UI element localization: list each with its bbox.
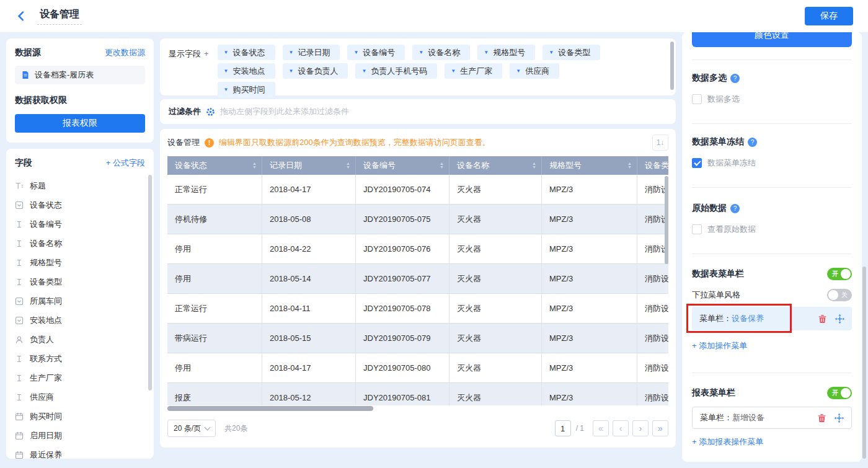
field-tag[interactable]: 购买时间 <box>218 82 275 97</box>
field-item[interactable]: 负责人 <box>15 330 145 349</box>
prev-page-icon[interactable]: ‹ <box>613 420 629 436</box>
field-item[interactable]: 购买时间 <box>15 407 145 426</box>
add-report-action-menu-link[interactable]: + 添加报表操作菜单 <box>692 436 852 448</box>
report-menu-item[interactable]: 菜单栏： 新增设备 <box>692 407 852 429</box>
field-item[interactable]: 设备编号 <box>15 214 145 234</box>
page-number-input[interactable]: 1 <box>555 420 571 436</box>
sort-order-icon[interactable]: 1↓ <box>652 135 668 151</box>
table-vertical-scrollbar[interactable] <box>665 176 668 264</box>
field-item[interactable]: 联系方式 <box>15 349 145 368</box>
sort-arrows-icon[interactable] <box>532 162 536 169</box>
add-action-menu-link[interactable]: + 添加操作菜单 <box>692 340 852 351</box>
field-item[interactable]: 供应商 <box>15 387 145 407</box>
question-icon[interactable]: ? <box>730 204 740 213</box>
report-permission-button[interactable]: 报表权限 <box>15 114 145 133</box>
table-header-row: 设备状态 记录日期 设备编号 设备名称 规格型号 设备类型 <box>167 156 668 175</box>
field-item[interactable]: 规格型号 <box>15 253 145 272</box>
datasource-item[interactable]: 设备档案-履历表 <box>15 66 145 84</box>
field-item[interactable]: 生产厂家 <box>15 368 145 387</box>
date-field-icon <box>15 412 24 421</box>
field-item[interactable]: 设备类型 <box>15 272 145 291</box>
next-page-icon[interactable]: › <box>632 420 649 436</box>
field-tag[interactable]: 供应商 <box>510 63 559 79</box>
raw-data-checkbox[interactable] <box>692 224 702 234</box>
field-tag[interactable]: 设备类型 <box>542 45 600 60</box>
field-item[interactable]: 设备名称 <box>15 234 145 253</box>
window-scrollbar[interactable] <box>862 267 866 459</box>
settings-panel: 颜色设置 数据多选 ? 数据多选 数据菜单冻结 ? 数据菜单冻结 原始数据 ? … <box>682 32 862 462</box>
chevron-down-icon <box>205 425 211 431</box>
text-field-icon <box>15 374 24 382</box>
field-tag[interactable]: 设备负责人 <box>283 63 348 79</box>
field-item[interactable]: 所属车间 <box>15 291 145 311</box>
sort-arrows-icon[interactable] <box>627 162 632 169</box>
table-title: 设备管理 <box>167 137 200 148</box>
table-row: 正常运行2018-04-11JDY20190705-078灭火器MPZ/3消防设… <box>167 294 668 324</box>
table-row: 正常运行2018-04-17JDY20190705-074灭火器MPZ/3消防设… <box>167 175 668 205</box>
dropdown-style-toggle[interactable]: 关 <box>827 289 852 301</box>
back-icon[interactable] <box>15 10 27 22</box>
page-title: 设备管理 <box>37 8 82 25</box>
field-item[interactable]: 安装地点 <box>15 311 145 330</box>
display-fields-scrollbar[interactable] <box>670 42 674 90</box>
report-menu-toggle[interactable]: 开 <box>827 387 852 399</box>
field-item[interactable]: 标题 <box>15 176 145 195</box>
question-icon[interactable]: ? <box>748 138 757 147</box>
color-settings-button[interactable]: 颜色设置 <box>692 32 852 47</box>
fields-panel: 字段 + 公式字段 标题 设备状态 设备编号 设备名称 规格型号 设备类型 所属… <box>6 149 154 459</box>
text-field-icon <box>15 355 24 363</box>
table-horizontal-scrollbar[interactable] <box>167 406 373 411</box>
report-menu-title: 报表菜单栏 开 <box>692 387 852 399</box>
trash-icon[interactable] <box>817 413 826 423</box>
table-menu-toggle[interactable]: 开 <box>827 268 852 280</box>
sort-arrows-icon[interactable] <box>252 162 257 169</box>
field-tag[interactable]: 设备状态 <box>218 45 275 60</box>
field-tag[interactable]: 设备编号 <box>347 45 405 60</box>
menu-freeze-title: 数据菜单冻结 ? <box>692 136 852 148</box>
warning-icon: ! <box>205 138 214 148</box>
menu-freeze-checkbox[interactable] <box>692 158 702 168</box>
datasource-panel: 数据源 更改数据源 设备档案-履历表 数据获取权限 报表权限 <box>6 38 154 143</box>
sort-arrows-icon[interactable] <box>440 162 444 169</box>
column-header[interactable]: 设备名称 <box>450 156 542 175</box>
last-page-icon[interactable]: » <box>652 420 668 436</box>
add-display-field-icon[interactable]: + <box>204 49 209 58</box>
sort-arrows-icon[interactable] <box>346 162 350 169</box>
field-tag[interactable]: 负责人手机号码 <box>355 63 437 79</box>
column-header[interactable]: 设备状态 <box>167 156 262 175</box>
trash-icon[interactable] <box>818 314 827 324</box>
field-tag[interactable]: 设备名称 <box>412 45 470 60</box>
date-field-icon <box>15 451 24 459</box>
multi-select-row: 数据多选 <box>692 94 852 105</box>
filter-drop-hint: 拖动左侧字段到此处来添加过滤条件 <box>220 106 349 117</box>
save-button[interactable]: 保存 <box>805 7 853 25</box>
display-field-tags: 设备状态 记录日期 设备编号 设备名称 规格型号 设备类型 安装地点 设备负责人… <box>218 45 619 89</box>
text-field-icon <box>15 393 24 402</box>
column-header[interactable]: 记录日期 <box>262 156 356 175</box>
question-icon[interactable]: ? <box>730 74 740 83</box>
move-icon[interactable] <box>835 413 844 423</box>
field-item[interactable]: 启用日期 <box>15 426 145 445</box>
move-icon[interactable] <box>835 314 844 324</box>
formula-field-link[interactable]: + 公式字段 <box>106 157 145 169</box>
gear-icon[interactable] <box>206 107 215 117</box>
first-page-icon[interactable]: « <box>593 420 609 436</box>
table-menu-item[interactable]: 菜单栏： 设备保养 <box>692 307 852 330</box>
field-item[interactable]: 最近保养 <box>15 445 145 459</box>
menu-freeze-row: 数据菜单冻结 <box>692 157 852 169</box>
change-datasource-link[interactable]: 更改数据源 <box>105 47 145 58</box>
column-header[interactable]: 设备编号 <box>356 156 450 175</box>
field-tag[interactable]: 安装地点 <box>218 63 275 79</box>
page-size-select[interactable]: 20 条/页 <box>167 420 216 437</box>
column-header[interactable]: 设备类型 <box>637 156 668 175</box>
field-tag[interactable]: 规格型号 <box>477 45 535 60</box>
divider <box>692 373 852 373</box>
field-tag[interactable]: 记录日期 <box>283 45 340 60</box>
table-menu-title: 数据表菜单栏 开 <box>692 268 852 280</box>
field-tag[interactable]: 生产厂家 <box>445 63 502 79</box>
column-header[interactable]: 规格型号 <box>542 156 637 175</box>
table-panel: 设备管理 ! 编辑界面只取数据源前200条作为查询数据预览，完整数据请访问页面查… <box>160 129 676 448</box>
field-item[interactable]: 设备状态 <box>15 195 145 214</box>
fields-scrollbar[interactable] <box>148 175 152 391</box>
multi-select-checkbox[interactable] <box>692 94 702 104</box>
